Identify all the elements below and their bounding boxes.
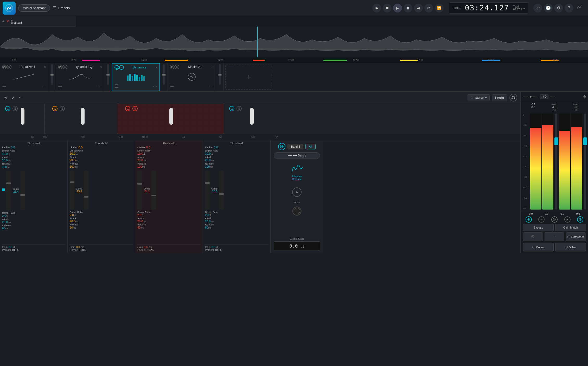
band-1-handle[interactable] [21, 108, 24, 125]
reference-right-icon-btn[interactable]: ⓘ Reference [566, 232, 586, 241]
fader-thumb-1[interactable] [50, 74, 54, 75]
fader-thumb-2[interactable] [106, 74, 110, 75]
codec-button[interactable]: ⓘ Codec [523, 243, 554, 251]
band-4-fader-track-left[interactable] [205, 171, 210, 210]
plugin-slot-dynamics[interactable]: ⏻ S Dynamics × ☰ ⋯ [112, 63, 160, 91]
track-add-button[interactable]: + [2, 19, 4, 24]
band-2-power[interactable]: ⏻ [52, 106, 57, 111]
play-button[interactable]: ▶ [393, 4, 402, 12]
meter-info-icon-button[interactable]: ⓘ [551, 216, 558, 223]
skip-forward-button[interactable]: ⏭ [414, 4, 423, 12]
band-4-power[interactable]: ⏻ [229, 106, 234, 111]
skip-back-button[interactable]: ⏮ [372, 4, 381, 12]
band-2-handle[interactable] [81, 108, 85, 125]
band-1-power[interactable]: ⏻ [5, 106, 10, 111]
plugin-close-dynamic-eq[interactable]: × [100, 65, 102, 69]
meter-swap-icon-button[interactable]: ↔ [538, 216, 545, 223]
plugin-slot-maximizer[interactable]: ⏻ S Maximizer × ☰ ⋯ [168, 63, 216, 91]
band-3-select-button[interactable]: Band 3 [287, 144, 303, 149]
band-3-fader-track-left[interactable] [137, 171, 142, 210]
plugin-solo-equalizer[interactable]: S [7, 65, 11, 69]
band-4-fader-track-right[interactable] [219, 171, 224, 210]
repeat-button[interactable]: 🔁 [435, 4, 444, 12]
eq-dots-icon[interactable]: ⋯ [41, 84, 46, 90]
auto-button[interactable]: A [292, 187, 302, 197]
max-menu-icon[interactable]: ☰ [170, 84, 174, 90]
history-button[interactable]: 🕐 [544, 4, 553, 12]
band-2-fader-thumb-right[interactable] [84, 196, 88, 198]
band-1-fader-track-right[interactable] [20, 171, 25, 210]
band-3-power[interactable]: ⏻ [125, 106, 130, 111]
fader-thumb-4[interactable] [218, 74, 222, 75]
gain-match-button[interactable]: Gain Match [555, 224, 586, 231]
band-2-fader-track-right[interactable] [84, 171, 88, 210]
band-3-fader-thumb-right[interactable] [151, 195, 156, 196]
plugin-close-dynamics[interactable]: × [155, 65, 157, 70]
meter-reset-icon-button[interactable] [577, 216, 583, 223]
pause-button[interactable]: ⏸ [404, 4, 412, 12]
toolbar-btn-1[interactable]: ✳ [3, 94, 9, 101]
global-gain-knob[interactable] [292, 206, 302, 216]
undo-button[interactable]: ↩ [533, 4, 542, 12]
help-button[interactable]: ? [565, 4, 573, 12]
plugin-close-maximizer[interactable]: × [212, 65, 214, 69]
plugin-solo-dynamics[interactable]: S [119, 65, 124, 70]
band-3-fader-track-right[interactable] [151, 171, 156, 210]
loop-button[interactable]: ⇄ [424, 4, 433, 12]
band-4-fader-thumb-right[interactable] [219, 193, 224, 195]
meter-loop-icon-button[interactable] [526, 216, 532, 223]
fader-track-3[interactable] [163, 64, 165, 85]
plugin-solo-dynamic-eq[interactable]: S [63, 65, 67, 69]
meter-plus-icon-button[interactable]: + [564, 216, 571, 223]
band-2-solo[interactable]: S [60, 106, 65, 111]
headphones-button[interactable] [509, 94, 517, 102]
band-1-fader-thumb-right[interactable] [20, 194, 25, 196]
band-3-handle[interactable] [169, 108, 173, 125]
band-all-select-button[interactable]: All [305, 144, 315, 149]
deq-menu-icon[interactable]: ☰ [58, 84, 62, 90]
plugin-add-slot[interactable]: + [225, 65, 272, 90]
toolbar-btn-2[interactable]: ⤢ [11, 94, 16, 101]
dyn-dots-icon[interactable]: ⋯ [153, 83, 157, 89]
meter-slider-left[interactable] [554, 113, 558, 210]
band-4-solo[interactable]: S [237, 106, 242, 111]
meter-slider-right[interactable] [583, 113, 587, 210]
plugin-slot-equalizer[interactable]: ⏻ S Equalizer 1 × ☰ ⋯ [0, 63, 48, 91]
master-assistant-button[interactable]: Master Assistant [18, 4, 50, 12]
fader-track-2[interactable] [107, 64, 109, 85]
dither-button[interactable]: ⓘ Dither [555, 243, 586, 251]
deq-dots-icon[interactable]: ⋯ [97, 84, 102, 90]
plugin-power-dynamic-eq[interactable]: ⏻ [58, 65, 63, 69]
meter-slider-thumb-left[interactable] [554, 137, 558, 145]
band-4-fader-thumb-left[interactable] [205, 182, 210, 184]
fader-track-1[interactable] [51, 64, 53, 85]
learn-button[interactable]: Learn [492, 94, 507, 101]
band-2-fader-thumb-left[interactable] [70, 181, 74, 183]
stop-button[interactable]: ⏹ [383, 4, 392, 12]
band-1-fader-track-left[interactable] [6, 171, 11, 210]
band-4-handle[interactable] [250, 108, 254, 125]
plugin-power-dynamics[interactable]: ⏻ [114, 65, 119, 70]
plugin-power-equalizer[interactable]: ⏻ [2, 65, 7, 69]
meter-dropdown-icon[interactable]: ▾ [530, 95, 532, 99]
stereo-select[interactable]: ⊙ Stereo ▾ [468, 94, 489, 101]
band-1-fader-thumb-left[interactable] [6, 182, 11, 184]
eq-menu-icon[interactable]: ☰ [2, 84, 6, 90]
fader-thumb-3[interactable] [162, 74, 166, 75]
meter-slider-thumb-right[interactable] [583, 137, 587, 145]
plugin-power-maximizer[interactable]: ⏻ [170, 65, 175, 69]
plugin-close-equalizer[interactable]: × [44, 65, 46, 69]
band-3-solo[interactable]: S [132, 106, 138, 111]
bypass-button[interactable]: Bypass [523, 224, 554, 231]
toolbar-btn-3[interactable]: ~ [18, 94, 22, 101]
fader-track-4[interactable] [219, 64, 221, 85]
plugin-solo-maximizer[interactable]: S [175, 65, 179, 69]
dyn-menu-icon[interactable]: ☰ [114, 83, 119, 89]
reference-left-button[interactable] [523, 232, 543, 241]
plugin-slot-dynamic-eq[interactable]: ⏻ S Dynamic EQ × ☰ ⋯ [56, 63, 104, 91]
band-1-solo[interactable]: S [12, 106, 18, 111]
band-2-fader-track-left[interactable] [70, 171, 74, 210]
max-dots-icon[interactable]: ⋯ [209, 84, 214, 90]
band-3-fader-thumb-left[interactable] [137, 183, 142, 185]
track-close-button[interactable]: × [7, 19, 9, 24]
